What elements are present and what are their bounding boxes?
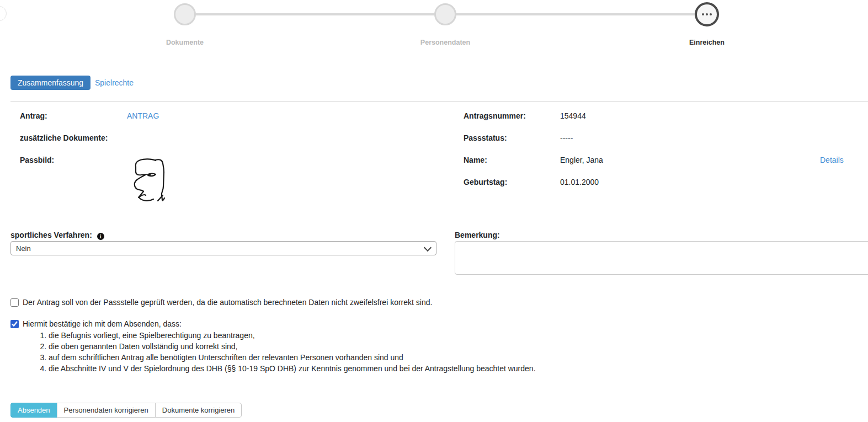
bestaetigung-label: Hiermit bestätige ich mit dem Absenden, … [23, 319, 182, 328]
tab-spielrechte[interactable]: Spielrechte [95, 78, 134, 87]
sketch-eye-pupil [148, 174, 151, 175]
sportliches-verfahren-select[interactable]: Nein [10, 241, 436, 255]
details-link[interactable]: Details [820, 156, 844, 164]
antragsnummer-label: Antragsnummer: [464, 111, 526, 120]
step-circle-personendaten [434, 3, 456, 25]
name-value: Engler, Jana [560, 156, 603, 164]
section-divider [10, 101, 868, 102]
bestaetigung-checkbox[interactable] [10, 320, 19, 328]
sportliches-verfahren-label: sportliches Verfahren: i [10, 231, 104, 240]
passstelle-pruefung-checkbox[interactable] [10, 298, 19, 307]
antrag-document-link[interactable]: ANTRAG [127, 111, 159, 120]
edge-circle-decoration [0, 6, 7, 21]
dokumente-korrigieren-button[interactable]: Dokumente korrigieren [155, 403, 242, 418]
geburtstag-value: 01.01.2000 [560, 178, 599, 186]
bestaetigung-item: auf dem schriftlichen Antrag alle benöti… [49, 352, 536, 363]
ellipsis-icon [706, 13, 708, 15]
passbild-face-sketch-image [130, 158, 168, 205]
action-button-group: Absenden Personendaten korrigieren Dokum… [10, 403, 242, 418]
step-label-einreichen: Einreichen [663, 39, 751, 46]
bemerkung-label: Bemerkung: [455, 231, 500, 239]
bestaetigung-list: die Befugnis vorliegt, eine Spielberecht… [33, 330, 536, 374]
bestaetigung-item: die Befugnis vorliegt, eine Spielberecht… [49, 330, 536, 341]
info-icon[interactable]: i [97, 233, 104, 240]
tab-zusammenfassung[interactable]: Zusammenfassung [10, 76, 90, 90]
passstelle-pruefung-label: Der Antrag soll von der Passstelle geprü… [23, 298, 432, 307]
passbild-label: Passbild: [20, 156, 54, 164]
step-circle-einreichen-current [695, 2, 719, 26]
sportliches-verfahren-label-text: sportliches Verfahren: [10, 231, 92, 239]
name-label: Name: [464, 156, 487, 164]
bestaetigung-item: die Abschnitte IV und V der Spielordnung… [49, 363, 536, 374]
absenden-button[interactable]: Absenden [10, 403, 57, 418]
antrag-label: Antrag: [20, 111, 47, 120]
geburtstag-label: Geburtstag: [464, 178, 507, 186]
bestaetigung-item: die oben genannten Daten vollständig und… [49, 341, 536, 352]
step-circle-dokumente [174, 3, 196, 25]
sportliches-verfahren-select-wrap: Nein [10, 241, 436, 255]
ellipsis-icon [710, 13, 712, 15]
bemerkung-textarea[interactable] [455, 241, 868, 275]
antragsnummer-value: 154944 [560, 111, 586, 120]
zusaetzliche-dokumente-label: zusätzliche Dokumente: [20, 133, 108, 142]
step-label-personendaten: Personendaten [401, 39, 489, 46]
ellipsis-icon [702, 13, 704, 15]
passstatus-label: Passstatus: [464, 133, 507, 142]
step-label-dokumente: Dokumente [141, 39, 229, 46]
antrag-einreichen-page: Dokumente Personendaten Einreichen Zusam… [0, 0, 868, 422]
personendaten-korrigieren-button[interactable]: Personendaten korrigieren [57, 403, 156, 418]
passstatus-value: ----- [560, 133, 573, 142]
